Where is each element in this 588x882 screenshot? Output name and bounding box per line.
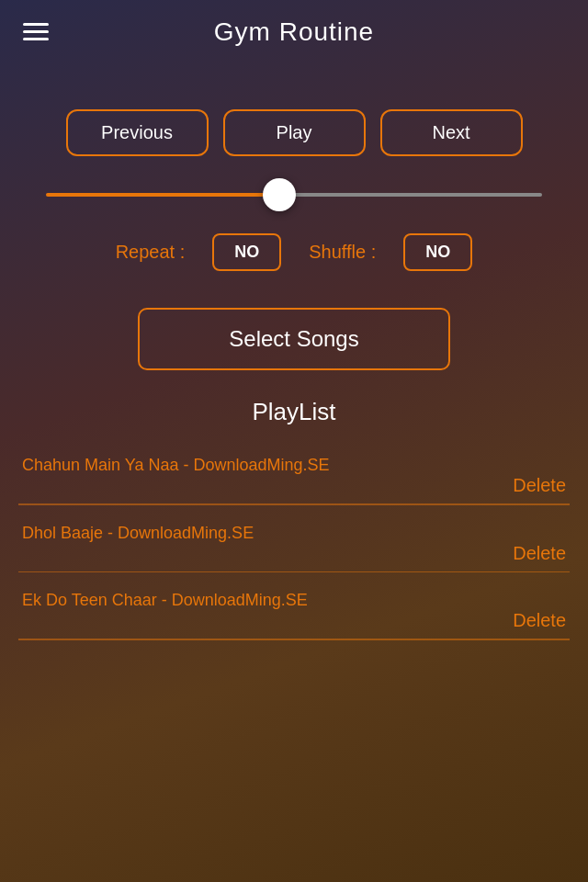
shuffle-toggle[interactable]: NO bbox=[403, 233, 472, 271]
list-item: Ek Do Teen Chaar - DownloadMing.SE Delet… bbox=[18, 580, 570, 648]
repeat-toggle[interactable]: NO bbox=[212, 233, 281, 271]
header: Gym Routine bbox=[0, 0, 588, 54]
playlist-item-row: Chahun Main Ya Naa - DownloadMing.SE bbox=[18, 456, 570, 475]
playlist-section: Chahun Main Ya Naa - DownloadMing.SE Del… bbox=[0, 445, 588, 648]
repeat-label: Repeat : bbox=[116, 242, 186, 263]
divider bbox=[18, 639, 570, 640]
playlist-item-row: Dhol Baaje - DownloadMing.SE bbox=[18, 524, 570, 543]
song-name: Chahun Main Ya Naa - DownloadMing.SE bbox=[18, 456, 330, 475]
previous-button[interactable]: Previous bbox=[66, 109, 209, 156]
playback-controls: Previous Play Next bbox=[0, 54, 588, 184]
options-section: Repeat : NO Shuffle : NO bbox=[0, 224, 588, 299]
list-item: Dhol Baaje - DownloadMing.SE Delete bbox=[18, 513, 570, 581]
playlist-item-row: Ek Do Teen Chaar - DownloadMing.SE bbox=[18, 591, 570, 610]
list-item: Chahun Main Ya Naa - DownloadMing.SE Del… bbox=[18, 445, 570, 513]
select-songs-button[interactable]: Select Songs bbox=[138, 308, 450, 370]
divider bbox=[18, 571, 570, 573]
delete-button[interactable]: Delete bbox=[513, 543, 570, 564]
delete-button[interactable]: Delete bbox=[513, 475, 570, 496]
divider bbox=[18, 503, 570, 505]
menu-icon[interactable] bbox=[18, 18, 53, 45]
next-button[interactable]: Next bbox=[380, 109, 523, 156]
slider-thumb[interactable] bbox=[263, 178, 296, 211]
playlist-title: PlayList bbox=[0, 389, 588, 445]
play-button[interactable]: Play bbox=[223, 109, 366, 156]
delete-button[interactable]: Delete bbox=[513, 610, 570, 631]
select-songs-section: Select Songs bbox=[0, 299, 588, 389]
song-name: Ek Do Teen Chaar - DownloadMing.SE bbox=[18, 591, 308, 610]
progress-slider-container bbox=[0, 184, 588, 224]
song-name: Dhol Baaje - DownloadMing.SE bbox=[18, 524, 254, 543]
page-title: Gym Routine bbox=[214, 17, 374, 47]
shuffle-label: Shuffle : bbox=[309, 242, 376, 263]
slider-track[interactable] bbox=[46, 193, 542, 197]
